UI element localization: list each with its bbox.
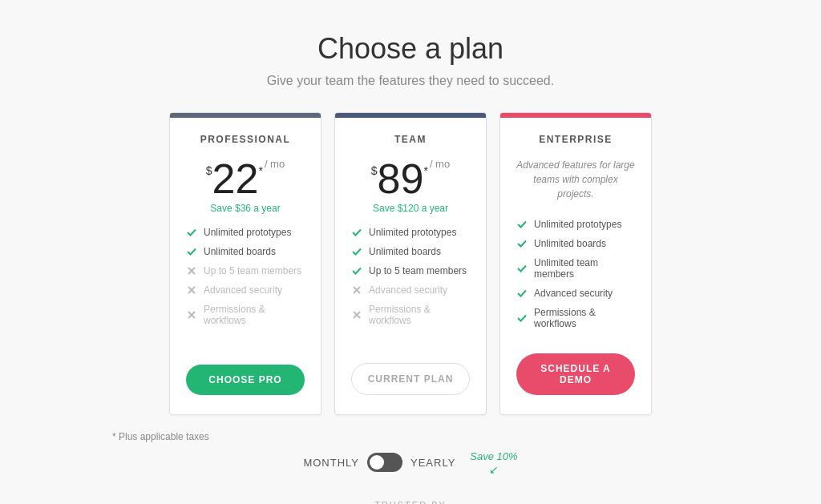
feature-item: Unlimited prototypes [351,227,470,238]
save-badge-container: Save 10% ↙ [470,449,517,476]
plan-card-professional: PROFESSIONAL $ 22 * / mo Save $36 a year… [169,112,322,415]
plans-container: PROFESSIONAL $ 22 * / mo Save $36 a year… [163,112,658,415]
price-number-team: 89 [378,158,424,200]
feature-item: Up to 5 team members [186,265,305,276]
price-period-professional: / mo [265,158,285,175]
feature-item: Advanced security [186,284,305,296]
x-icon [186,309,197,321]
feature-item: Advanced security [516,288,635,299]
plan-card-team: TEAM $ 89 * / mo Save $120 a year Unlimi… [334,112,487,415]
plan-price-area-professional: $ 22 * / mo [186,158,305,200]
x-icon [351,309,362,321]
features-list-professional: Unlimited prototypes Unlimited boards Up… [186,227,305,349]
current-plan-button: CURRENT PLAN [351,363,470,395]
check-icon [186,227,197,238]
feature-item: Unlimited boards [516,238,635,249]
features-list-team: Unlimited prototypes Unlimited boards Up… [351,227,470,347]
monthly-label: MONTHLY [303,457,359,469]
price-asterisk-team: * [423,164,427,177]
x-icon [186,284,197,296]
schedule-demo-button[interactable]: SCHEDULE A DEMO [516,353,635,395]
toggle-row: MONTHLY YEARLY Save 10% ↙ [303,449,517,476]
feature-item: Permissions & workflows [186,304,305,326]
save-text-team: Save $120 a year [351,203,470,214]
feature-item: Permissions & workflows [516,307,635,329]
billing-toggle[interactable] [367,453,402,472]
feature-item: Permissions & workflows [351,304,470,326]
currency-professional: $ [206,164,212,177]
plan-content-team: TEAM $ 89 * / mo Save $120 a year Unlimi… [335,118,486,414]
currency-team: $ [371,164,378,177]
check-icon [516,288,528,299]
page-title: Choose a plan [267,32,554,66]
check-icon [351,246,362,257]
price-period-team: / mo [430,158,450,175]
feature-item: Unlimited boards [186,246,305,257]
save-text-professional: Save $36 a year [186,203,305,214]
plan-card-enterprise: ENTERPRISE Advanced features for large t… [499,112,652,415]
check-icon [516,219,528,230]
check-icon [516,263,528,274]
features-list-enterprise: Unlimited prototypes Unlimited boards Un… [516,219,635,337]
header: Choose a plan Give your team the feature… [267,32,554,88]
enterprise-description: Advanced features for large teams with c… [516,158,635,206]
trusted-section: TRUSTED BY ♦airbnb amazon HBO IBM NETFLI… [224,500,597,504]
plan-price-area-team: $ 89 * / mo [351,158,470,200]
feature-item: Unlimited boards [351,246,470,257]
feature-item: Advanced security [351,284,470,296]
price-row-team: $ 89 * / mo [351,158,470,200]
save-badge: Save 10% [470,450,517,462]
price-asterisk-professional: * [258,164,262,177]
plan-name-professional: PROFESSIONAL [186,134,305,145]
plan-content-enterprise: ENTERPRISE Advanced features for large t… [500,118,651,414]
check-icon [516,238,528,249]
plan-name-enterprise: ENTERPRISE [516,134,635,145]
feature-item: Up to 5 team members [351,265,470,276]
page-wrapper: Choose a plan Give your team the feature… [0,0,821,504]
check-icon [351,265,362,276]
feature-item: Unlimited prototypes [186,227,305,238]
yearly-label: YEARLY [410,457,455,469]
page-subtitle: Give your team the features they need to… [267,74,554,88]
plan-content-professional: PROFESSIONAL $ 22 * / mo Save $36 a year… [170,118,321,414]
feature-item: Unlimited prototypes [516,219,635,230]
check-icon [186,246,197,257]
taxes-note: * Plus applicable taxes [112,431,209,442]
check-icon [516,312,528,324]
bottom-section: * Plus applicable taxes MONTHLY YEARLY S… [16,431,805,492]
trusted-label: TRUSTED BY [224,500,597,504]
check-icon [351,227,362,238]
x-icon [186,265,197,276]
choose-pro-button[interactable]: CHOOSE PRO [186,365,305,395]
feature-item: Unlimited team members [516,257,635,280]
save-arrow-icon: ↙ [470,463,517,476]
x-icon [351,284,362,296]
plan-name-team: TEAM [351,134,470,145]
price-row-professional: $ 22 * / mo [186,158,305,200]
price-number-professional: 22 [212,158,259,200]
